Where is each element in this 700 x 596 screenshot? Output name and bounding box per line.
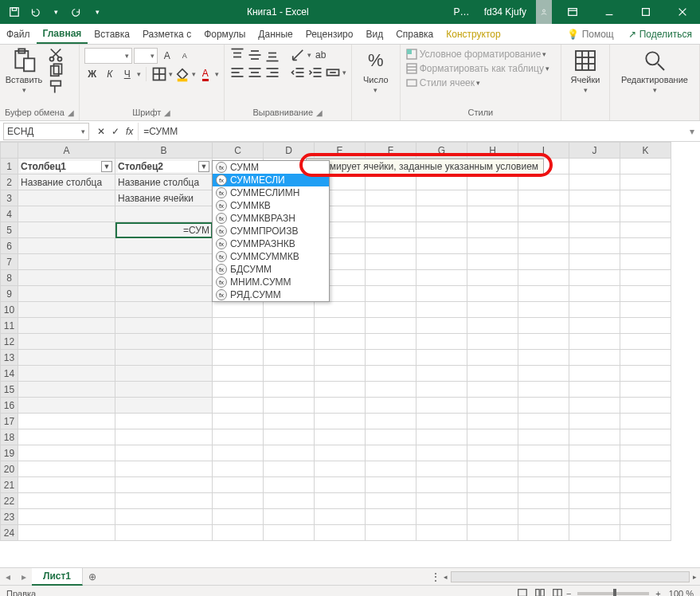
- cell[interactable]: [467, 382, 518, 398]
- row-header[interactable]: 16: [1, 398, 18, 414]
- cell[interactable]: [518, 477, 569, 493]
- cell[interactable]: [620, 493, 671, 509]
- cell[interactable]: [416, 398, 467, 414]
- cell[interactable]: [620, 286, 671, 302]
- cell[interactable]: [213, 334, 264, 350]
- cell[interactable]: [115, 350, 213, 366]
- autocomplete-item[interactable]: fxРЯД.СУММ: [213, 288, 329, 301]
- cell[interactable]: [518, 350, 569, 366]
- cell[interactable]: [264, 509, 315, 525]
- cell[interactable]: [416, 190, 467, 206]
- cell[interactable]: [264, 445, 315, 461]
- cell[interactable]: Название столбца: [18, 174, 115, 190]
- cell[interactable]: [620, 445, 671, 461]
- cell[interactable]: [620, 477, 671, 493]
- cell[interactable]: [569, 190, 620, 206]
- chevron-down-icon[interactable]: ▾: [169, 70, 173, 78]
- cell[interactable]: [18, 509, 115, 525]
- format-painter-icon[interactable]: [48, 80, 64, 94]
- row-header[interactable]: 23: [1, 509, 18, 525]
- font-name-combo[interactable]: ▾: [84, 48, 132, 64]
- tab-data[interactable]: Данные: [252, 24, 299, 44]
- cell[interactable]: [315, 461, 366, 477]
- cell[interactable]: [518, 366, 569, 382]
- cell[interactable]: [18, 350, 115, 366]
- cell[interactable]: [315, 398, 366, 414]
- row-header[interactable]: 10: [1, 302, 18, 318]
- grow-font-icon[interactable]: A: [159, 49, 175, 63]
- cell[interactable]: [620, 350, 671, 366]
- cell[interactable]: [213, 398, 264, 414]
- cell[interactable]: [620, 429, 671, 445]
- cell[interactable]: [366, 429, 416, 445]
- account-p-button[interactable]: P…: [449, 0, 475, 24]
- col-header-G[interactable]: G: [416, 143, 467, 159]
- underline-button[interactable]: Ч: [119, 67, 135, 81]
- cell[interactable]: [620, 238, 671, 254]
- cell[interactable]: [416, 429, 467, 445]
- row-header[interactable]: 13: [1, 350, 18, 366]
- cell[interactable]: [416, 445, 467, 461]
- cell[interactable]: [366, 414, 416, 429]
- undo-more-icon[interactable]: ▾: [46, 2, 65, 22]
- cell[interactable]: [467, 286, 518, 302]
- cell[interactable]: [366, 398, 416, 414]
- tab-view[interactable]: Вид: [359, 24, 389, 44]
- save-icon[interactable]: [5, 2, 24, 22]
- cell[interactable]: [18, 429, 115, 445]
- tab-file[interactable]: Файл: [0, 24, 37, 44]
- cell[interactable]: [416, 206, 467, 222]
- hscroll-divider-icon[interactable]: ⋮: [431, 571, 440, 582]
- cell[interactable]: [18, 334, 115, 350]
- cell[interactable]: [264, 398, 315, 414]
- redo-icon[interactable]: [67, 2, 86, 22]
- increase-indent-icon[interactable]: [307, 65, 323, 80]
- cell[interactable]: [467, 270, 518, 286]
- cell[interactable]: [569, 334, 620, 350]
- autocomplete-item[interactable]: fxБДСУММ: [213, 263, 329, 276]
- number-format-button[interactable]: %Число▾: [357, 48, 395, 94]
- tab-review[interactable]: Рецензиро: [299, 24, 360, 44]
- align-center-icon[interactable]: [247, 65, 263, 80]
- cell[interactable]: [366, 445, 416, 461]
- cell[interactable]: [416, 493, 467, 509]
- cell[interactable]: [416, 270, 467, 286]
- row-header[interactable]: 20: [1, 461, 18, 477]
- cell[interactable]: [467, 334, 518, 350]
- cell[interactable]: Столбец1▼: [18, 159, 115, 174]
- cell[interactable]: [213, 414, 264, 429]
- cell[interactable]: [467, 190, 518, 206]
- cell[interactable]: [620, 382, 671, 398]
- cell[interactable]: [620, 159, 671, 174]
- cell[interactable]: [366, 302, 416, 318]
- close-icon[interactable]: [667, 0, 698, 24]
- cell[interactable]: [518, 493, 569, 509]
- cell[interactable]: [18, 382, 115, 398]
- sheet-nav-prev-icon[interactable]: ◂: [0, 571, 16, 582]
- autocomplete-item[interactable]: fxСУММПРОИЗВ: [213, 225, 329, 237]
- cell[interactable]: [620, 302, 671, 318]
- cell[interactable]: [620, 461, 671, 477]
- shrink-font-icon[interactable]: A: [177, 49, 193, 63]
- cell[interactable]: [518, 254, 569, 270]
- cell[interactable]: [467, 174, 518, 190]
- cell[interactable]: [467, 254, 518, 270]
- cell[interactable]: [213, 366, 264, 382]
- cell[interactable]: [18, 270, 115, 286]
- row-header[interactable]: 7: [1, 254, 18, 270]
- cell[interactable]: [366, 509, 416, 525]
- cell[interactable]: [518, 398, 569, 414]
- bold-button[interactable]: Ж: [84, 67, 100, 81]
- undo-icon[interactable]: [25, 2, 45, 22]
- cell[interactable]: [213, 318, 264, 334]
- row-header[interactable]: 15: [1, 382, 18, 398]
- dialog-launcher-icon[interactable]: ◢: [316, 108, 323, 117]
- cell[interactable]: [416, 509, 467, 525]
- tab-help[interactable]: Справка: [389, 24, 440, 44]
- cell[interactable]: [518, 509, 569, 525]
- cell[interactable]: [115, 477, 213, 493]
- editing-button[interactable]: Редактирование▾: [615, 48, 694, 94]
- tab-konstruktor[interactable]: Конструктор: [440, 24, 506, 44]
- sheet-nav-next-icon[interactable]: ▸: [16, 571, 32, 582]
- row-header[interactable]: 18: [1, 429, 18, 445]
